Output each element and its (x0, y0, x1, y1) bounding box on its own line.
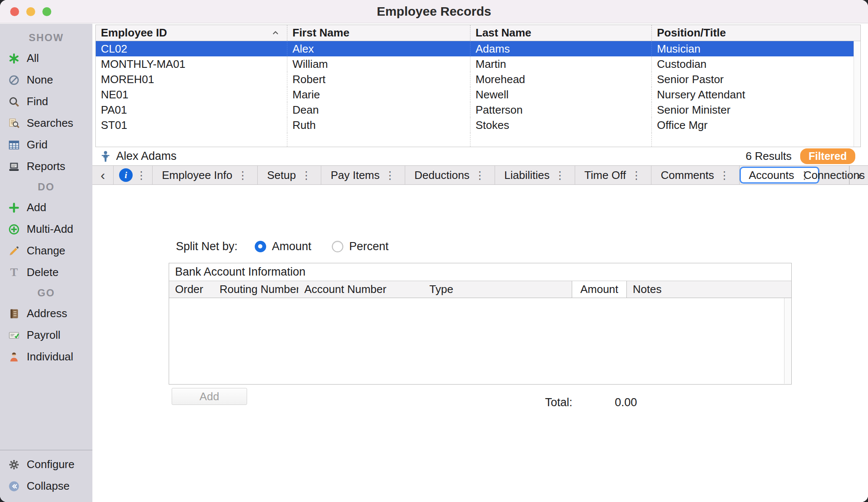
table-row[interactable]: NE01 Marie Newell Nursery Attendant (96, 87, 860, 102)
cell-position: Custodian (652, 56, 860, 72)
sidebar-item-label: Address (27, 307, 67, 320)
employee-table-header: Employee ID First Name Last Name Positio… (96, 25, 860, 41)
sidebar-item-configure[interactable]: Configure (0, 454, 92, 475)
cell-last-name: Martin (470, 56, 652, 72)
sidebar-item-change[interactable]: Change (0, 240, 92, 262)
tab-pay-items[interactable]: Pay Items⋮ (321, 166, 405, 184)
chevron-left-icon: ‹ (100, 167, 105, 183)
kebab-menu-icon[interactable]: ⋮ (475, 169, 485, 181)
sidebar-item-label: Collapse (27, 480, 70, 493)
sidebar-item-add[interactable]: Add (0, 197, 92, 218)
sidebar-item-label: Find (27, 95, 48, 108)
cell-position: Senior Pastor (652, 72, 860, 87)
table-empty-area (96, 133, 860, 147)
sidebar-item-delete[interactable]: T Delete (0, 262, 92, 283)
cell-last-name: Morehead (470, 72, 652, 87)
tab-comments[interactable]: Comments⋮ (651, 166, 740, 184)
column-header-label: Employee ID (101, 26, 167, 39)
cell-position: Senior Minister (652, 102, 860, 117)
column-header-position-title[interactable]: Position/Title (652, 25, 860, 41)
cell-first-name: Marie (287, 87, 470, 102)
tabs-scroll-right-button[interactable]: › (849, 166, 868, 184)
sidebar-item-find[interactable]: Find (0, 91, 92, 112)
sidebar-item-label: Searches (27, 117, 73, 130)
tab-deductions[interactable]: Deductions⋮ (405, 166, 495, 184)
sidebar-item-label: Reports (27, 160, 65, 173)
sidebar-item-multi-add[interactable]: Multi-Add (0, 218, 92, 240)
column-header-last-name[interactable]: Last Name (470, 25, 652, 41)
radio-percent[interactable]: Percent (332, 240, 389, 253)
sidebar-item-reports[interactable]: Reports (0, 156, 92, 177)
cell-first-name: Dean (287, 102, 470, 117)
table-row[interactable]: CL02 Alex Adams Musician (96, 41, 860, 56)
radio-unselected-icon[interactable] (332, 241, 343, 252)
kebab-menu-icon[interactable]: ⋮ (719, 169, 730, 181)
table-row[interactable]: MOREH01 Robert Morehead Senior Pastor (96, 72, 860, 87)
pencil-icon (8, 245, 20, 257)
bank-column-type[interactable]: Type (423, 281, 572, 298)
radio-selected-icon[interactable] (255, 241, 266, 252)
add-account-button[interactable]: Add (172, 388, 247, 405)
tab-connections[interactable]: Connections (820, 166, 849, 184)
column-header-label: First Name (292, 26, 349, 39)
kebab-menu-icon[interactable]: ⋮ (136, 169, 147, 181)
column-header-employee-id[interactable]: Employee ID (96, 25, 287, 41)
cell-first-name: Ruth (287, 117, 470, 133)
sidebar-item-searches[interactable]: Searches (0, 112, 92, 134)
kebab-menu-icon[interactable]: ⋮ (237, 169, 248, 181)
sidebar-item-none[interactable]: None (0, 69, 92, 91)
cell-employee-id: MONTHLY-MA01 (96, 56, 287, 72)
tab-employee-info[interactable]: Employee Info⋮ (153, 166, 258, 184)
kebab-menu-icon[interactable]: ⋮ (555, 169, 565, 181)
tab-info[interactable]: i ⋮ (114, 166, 153, 184)
sidebar-item-address[interactable]: Address (0, 303, 92, 324)
sidebar-item-payroll[interactable]: Payroll (0, 324, 92, 346)
sidebar-item-collapse[interactable]: Collapse (0, 475, 92, 497)
tab-time-off[interactable]: Time Off⋮ (575, 166, 651, 184)
close-button[interactable] (10, 7, 19, 16)
tab-setup[interactable]: Setup⋮ (258, 166, 321, 184)
column-header-label: Last Name (476, 26, 531, 39)
cell-last-name: Stokes (470, 117, 652, 133)
tabs-scroll-left-button[interactable]: ‹ (92, 166, 114, 184)
zoom-button[interactable] (42, 7, 51, 16)
plus-icon (8, 201, 20, 214)
bank-column-amount[interactable]: Amount (572, 281, 627, 298)
kebab-menu-icon[interactable]: ⋮ (631, 169, 642, 181)
column-header-first-name[interactable]: First Name (287, 25, 470, 41)
cell-first-name: Alex (287, 41, 470, 56)
tab-label: Comments (661, 169, 714, 182)
kebab-menu-icon[interactable]: ⋮ (385, 169, 395, 181)
saved-searches-icon (8, 117, 20, 130)
kebab-menu-icon[interactable]: ⋮ (301, 169, 312, 181)
bank-table-scrollbar[interactable] (784, 298, 791, 384)
minimize-button[interactable] (26, 7, 35, 16)
sidebar-item-all[interactable]: All (0, 47, 92, 69)
none-circle-slash-icon (8, 74, 20, 86)
accounts-panel: Split Net by: Amount Percent Bank Accoun… (92, 185, 868, 502)
tab-label: Time Off (584, 169, 626, 182)
cell-position: Nursery Attendant (652, 87, 860, 102)
bank-column-order[interactable]: Order (169, 281, 214, 298)
cell-position: Office Mgr (652, 117, 860, 133)
sidebar: SHOW All None Find Searches Grid Reports… (0, 24, 92, 502)
tab-liabilities[interactable]: Liabilities⋮ (495, 166, 575, 184)
bank-box-title: Bank Account Information (169, 263, 791, 281)
bank-table-body (169, 298, 791, 384)
cell-last-name: Adams (470, 41, 652, 56)
sidebar-item-grid[interactable]: Grid (0, 134, 92, 156)
radio-amount[interactable]: Amount (255, 240, 312, 253)
table-row[interactable]: MONTHLY-MA01 William Martin Custodian (96, 56, 860, 72)
sidebar-item-individual[interactable]: Individual (0, 346, 92, 368)
bank-column-notes[interactable]: Notes (627, 281, 791, 298)
sidebar-item-label: Payroll (27, 329, 60, 342)
table-vertical-scrollbar[interactable] (854, 41, 860, 147)
bank-column-routing-number[interactable]: Routing Number (214, 281, 298, 298)
table-row[interactable]: ST01 Ruth Stokes Office Mgr (96, 117, 860, 133)
selected-record-name: Alex Adams (116, 150, 177, 163)
table-row[interactable]: PA01 Dean Patterson Senior Minister (96, 102, 860, 117)
filtered-badge[interactable]: Filtered (800, 148, 855, 164)
bank-column-account-number[interactable]: Account Number (298, 281, 423, 298)
sidebar-section-show: SHOW (0, 28, 92, 47)
info-icon: i (119, 168, 133, 182)
